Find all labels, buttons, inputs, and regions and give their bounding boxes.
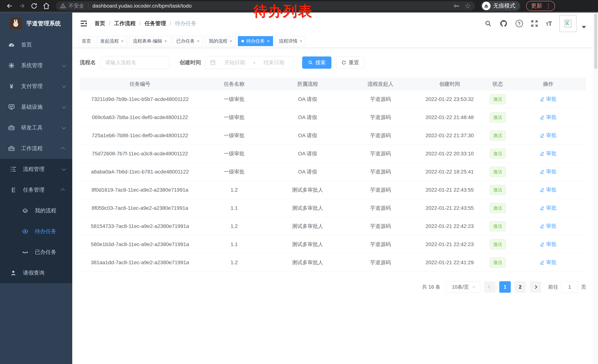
- close-icon[interactable]: ×: [164, 39, 167, 44]
- sidebar-item-payment[interactable]: ¥ 支付管理: [0, 76, 72, 97]
- bookmark-star-icon[interactable]: ☆: [465, 2, 471, 9]
- approve-link[interactable]: 审批: [540, 168, 556, 175]
- home-icon[interactable]: [41, 1, 51, 11]
- github-icon[interactable]: [500, 19, 508, 28]
- sidebar-item-done-tasks[interactable]: 已办任务: [0, 242, 72, 263]
- approve-link[interactable]: 审批: [540, 132, 556, 139]
- process-cell: 测试多审批人: [268, 259, 347, 266]
- table-row: 381aa1dd-7ac8-11ec-a9e2-a2380e71991a 1.2…: [80, 253, 586, 272]
- breadcrumb-home[interactable]: 首页: [94, 20, 105, 27]
- date-range-picker[interactable]: 开始日期 - 结束日期: [206, 56, 294, 69]
- tab-process-detail[interactable]: 流程详情×: [275, 36, 306, 46]
- edit-pen-icon: [540, 224, 545, 228]
- starter-cell: 芋道源码: [347, 114, 414, 121]
- tab-home[interactable]: 首页: [78, 36, 94, 46]
- edit-pen-icon: [540, 260, 545, 265]
- search-button[interactable]: 搜索: [302, 57, 332, 69]
- security-label[interactable]: 不安全: [68, 2, 84, 9]
- chevron-right-icon: [533, 285, 537, 289]
- create-time-cell: 2022-01-21 22:43:55: [414, 187, 485, 193]
- goto-label: 前往: [548, 284, 558, 290]
- approve-link[interactable]: 审批: [540, 223, 556, 230]
- sidebar-item-my-process[interactable]: 我的流程: [0, 200, 72, 221]
- prev-page-button[interactable]: [484, 281, 496, 293]
- app-logo-row[interactable]: 芋道管理系统: [0, 13, 72, 34]
- monitor-icon: [8, 104, 15, 111]
- task-id-cell: 069c6a63-7b8a-11ec-8ef0-acde48001122: [80, 114, 200, 120]
- task-name-cell: 1.2: [200, 259, 268, 266]
- browser-menu-icon[interactable]: ⋮: [545, 2, 551, 9]
- breadcrumb-workflow[interactable]: 工作流程: [114, 20, 136, 27]
- start-date-placeholder: 开始日期: [219, 59, 250, 66]
- page-scrollbar[interactable]: [594, 13, 598, 364]
- pagination: 共 16 条 10条/页 1 2 前往 页: [80, 281, 586, 300]
- close-icon[interactable]: ×: [299, 39, 302, 44]
- table-row: 069c6a63-7b8a-11ec-8ef0-acde48001122 一级审…: [80, 108, 586, 126]
- sidebar-item-home[interactable]: 首页: [0, 34, 72, 55]
- task-id-cell: 580e1b3d-7ac8-11ec-a9e2-a2380e71991a: [80, 242, 200, 247]
- approve-link[interactable]: 审批: [540, 96, 556, 103]
- approve-link[interactable]: 审批: [540, 241, 556, 248]
- close-icon[interactable]: ×: [230, 39, 232, 44]
- task-id-cell: 73211d9d-7b9b-11ec-b5b7-acde48001122: [80, 96, 200, 102]
- sidebar-item-todo-tasks[interactable]: 待办任务: [0, 221, 72, 242]
- sidebar-item-process-mgmt[interactable]: 流程管理: [0, 159, 72, 180]
- process-cell: OA 请假: [268, 96, 347, 103]
- approve-link[interactable]: 审批: [540, 150, 556, 157]
- create-time-cell: 2022-01-22 18:25:41: [414, 169, 485, 175]
- avatar-caret-icon[interactable]: [582, 26, 586, 29]
- reload-icon[interactable]: [29, 1, 39, 11]
- close-icon[interactable]: ×: [197, 39, 199, 44]
- tab-start-process[interactable]: 发起流程×: [97, 36, 127, 46]
- approve-link[interactable]: 审批: [540, 259, 556, 266]
- close-icon[interactable]: ×: [267, 39, 270, 44]
- close-icon[interactable]: ×: [121, 39, 124, 44]
- search-icon[interactable]: [484, 20, 492, 27]
- forward-icon[interactable]: [17, 1, 27, 11]
- task-name-cell: 1.1: [200, 205, 268, 211]
- process-cell: 测试多审批人: [268, 223, 347, 230]
- font-size-icon[interactable]: TT: [546, 20, 552, 27]
- approve-link[interactable]: 审批: [540, 114, 556, 121]
- password-key-icon[interactable]: [453, 3, 460, 9]
- content: 流程名 创建时间 开始日期 - 结束日期 搜索: [72, 48, 594, 300]
- breadcrumb-task-mgmt[interactable]: 任务管理: [144, 20, 166, 27]
- incognito-label: 无痕模式: [493, 2, 515, 10]
- approve-link[interactable]: 审批: [540, 186, 556, 193]
- status-badge: 激活: [490, 258, 506, 267]
- sidebar-item-infra[interactable]: 基础设施: [0, 97, 72, 117]
- page-size-select[interactable]: 10条/页: [446, 281, 480, 293]
- scrollbar-thumb[interactable]: [594, 13, 597, 69]
- fullscreen-icon[interactable]: [531, 20, 538, 27]
- tab-my-process[interactable]: 我的流程×: [205, 36, 236, 46]
- next-page-button[interactable]: [530, 281, 541, 293]
- tab-todo-tasks[interactable]: 待办任务×: [238, 36, 273, 46]
- update-label[interactable]: 更新: [531, 2, 542, 10]
- goto-page-input[interactable]: [561, 281, 578, 293]
- tab-form-edit[interactable]: 流程表单-编辑×: [129, 36, 170, 46]
- create-time-cell: 2022-01-22 20:33:10: [414, 151, 485, 157]
- page-button-2[interactable]: 2: [515, 281, 526, 293]
- sidebar-item-leave-query[interactable]: 请假查询: [0, 263, 72, 283]
- avatar[interactable]: [559, 15, 576, 32]
- reset-button[interactable]: 重置: [336, 57, 364, 69]
- sidebar-collapse-icon[interactable]: [80, 19, 88, 28]
- approve-link[interactable]: 审批: [540, 204, 556, 211]
- col-status: 状态: [485, 81, 510, 88]
- sidebar-item-task-mgmt[interactable]: 任务管理: [0, 180, 72, 200]
- col-process: 所属流程: [268, 81, 347, 88]
- process-name-input[interactable]: [100, 56, 169, 69]
- refresh-icon: [341, 60, 346, 65]
- tab-done-tasks[interactable]: 已办任务×: [173, 36, 203, 46]
- help-icon[interactable]: ?: [515, 20, 523, 27]
- sidebar-item-workflow[interactable]: 工作流程: [0, 138, 72, 159]
- back-icon[interactable]: [4, 1, 15, 11]
- browser-update-button[interactable]: 更新 ⋮: [526, 1, 555, 11]
- page-button-1[interactable]: 1: [499, 281, 511, 293]
- sidebar-item-devtools[interactable]: 研发工具: [0, 117, 72, 138]
- table-row: 8f0d1619-7ac8-11ec-a9e2-a2380e71991a 1.2…: [80, 181, 586, 199]
- sidebar-item-system[interactable]: 系统管理: [0, 55, 72, 76]
- tags-view-bar: 首页 发起流程× 流程表单-编辑× 已办任务× 我的流程× 待办任务× 流程详情…: [72, 34, 594, 48]
- edit-pen-icon: [540, 242, 545, 247]
- task-name-cell: 1.1: [200, 242, 268, 247]
